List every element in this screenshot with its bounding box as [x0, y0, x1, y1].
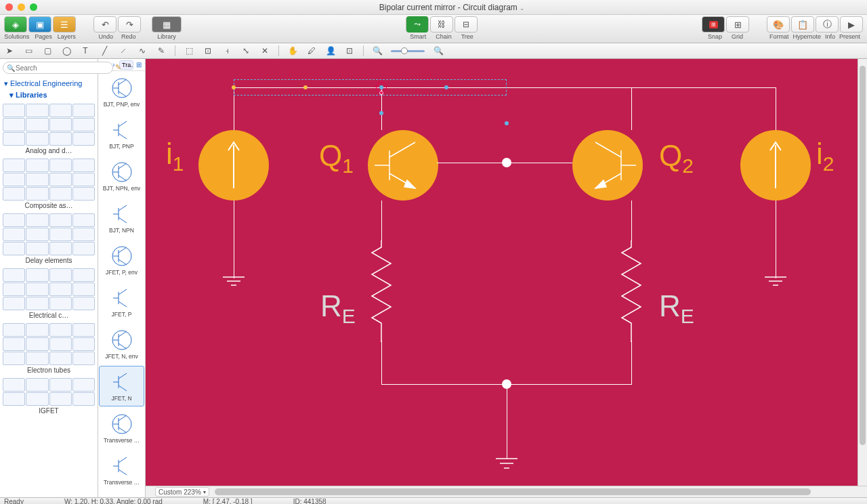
stencil-item[interactable]: BJT, PNP [98, 113, 145, 155]
stencil-item-label: JFET, N [111, 395, 131, 402]
node-mid [502, 158, 511, 167]
smart-label: Smart [410, 33, 426, 40]
transistor-q1[interactable] [368, 130, 438, 201]
pages-button[interactable]: ▣ [28, 16, 51, 33]
grid-button[interactable]: ⊞ [726, 16, 749, 33]
close-window-button[interactable] [5, 3, 13, 11]
lib-group-name[interactable]: Delay elements [3, 257, 95, 264]
lib-group-name[interactable]: Composite as… [3, 202, 95, 209]
lib-group-name[interactable]: Analog and d… [3, 147, 95, 154]
status-ready: Ready [4, 498, 24, 504]
undo-button[interactable]: ↶ [93, 16, 117, 33]
hand-tool[interactable]: ✋ [287, 45, 298, 56]
svg-line-37 [119, 415, 127, 421]
info-button[interactable]: ⓘ [816, 16, 839, 33]
zoom-slider[interactable] [391, 50, 425, 52]
library-groups-list[interactable]: Analog and d… Composite as… Delay elemen… [0, 102, 98, 497]
current-source-i2[interactable] [740, 130, 811, 201]
library-button[interactable]: ▦ [152, 16, 182, 33]
rect-tool[interactable]: ▭ [23, 45, 34, 56]
library-search-input[interactable] [3, 62, 113, 74]
zoom-level-selector[interactable]: Custom 223%▾ [155, 487, 209, 497]
drawing-canvas[interactable]: i1 Q1 Q2 i2 [146, 59, 858, 486]
transistor-q2[interactable] [572, 130, 643, 201]
hypernote-label: Hypernote [792, 33, 821, 40]
info-label: Info [825, 33, 835, 40]
svg-line-29 [119, 343, 127, 349]
tool-row: ➤ ▭ ▢ ◯ T ╱ ⟋ ∿ ✎ ⬚ ⊡ ⫞ ⤡ ✕ ✋ 🖊 👤 ⊡ 🔍 🔍 [0, 43, 867, 59]
solutions-button[interactable]: ◈ [4, 16, 27, 33]
minimize-window-button[interactable] [18, 3, 25, 11]
smart-connector-button[interactable]: ⤳ [406, 16, 429, 33]
eyedropper-tool[interactable]: 🖊 [306, 45, 317, 56]
window-titlebar: Bipolar current mirror - Circuit diagram… [0, 0, 867, 15]
pen-tool[interactable]: ✎ [156, 45, 167, 56]
stencil-item[interactable]: Transverse … [98, 407, 145, 449]
library-sidebar: 🔍 ✎ ▾ Electrical Engineering ▾ Libraries… [0, 59, 98, 497]
lib-group-name[interactable]: Electrical c… [3, 312, 95, 319]
svg-line-11 [119, 175, 127, 181]
group-tool[interactable]: ⊡ [203, 45, 213, 56]
svg-line-34 [119, 385, 127, 391]
svg-line-15 [119, 205, 127, 211]
selection-box[interactable] [234, 79, 507, 96]
ungroup-tool[interactable]: ⬚ [184, 45, 194, 56]
stencil-item-label: JFET, P, env [106, 269, 138, 276]
zoom-in-icon[interactable]: 🔍 [433, 45, 444, 56]
layers-label: Layers [58, 33, 76, 40]
zoom-window-button[interactable] [30, 3, 37, 11]
stencil-item[interactable]: JFET, N [99, 366, 144, 406]
rounded-rect-tool[interactable]: ▢ [42, 45, 53, 56]
title-dropdown-icon[interactable]: ⌄ [520, 5, 525, 12]
stencil-item[interactable]: JFET, P, env [98, 239, 145, 281]
snap-button[interactable]: ⊞ [702, 16, 725, 33]
libraries-header[interactable]: ▾ Libraries [4, 89, 93, 101]
align-tool[interactable]: ⫞ [221, 45, 232, 56]
vertical-scrollbar[interactable] [858, 59, 867, 486]
svg-line-50 [389, 142, 415, 157]
rotate-tool[interactable]: ✕ [259, 45, 270, 56]
text-tool[interactable]: T [80, 45, 91, 56]
stencil-item[interactable]: BJT, NPN, env [98, 155, 145, 197]
stencil-item[interactable]: BJT, NPN [98, 197, 145, 239]
stencil-item[interactable]: JFET, N, env [98, 323, 145, 365]
canvas-footer: Custom 223%▾ [146, 486, 867, 497]
stencil-item[interactable]: BJT, PNP, env [98, 71, 145, 113]
zoom-out-icon[interactable]: 🔍 [372, 45, 383, 56]
svg-line-24 [119, 289, 127, 295]
svg-line-7 [119, 133, 127, 139]
spline-tool[interactable]: ∿ [137, 45, 148, 56]
lib-group-name[interactable]: IGFET [3, 407, 95, 415]
category-header[interactable]: ▾ Electrical Engineering [4, 78, 93, 89]
present-button[interactable]: ▶ [840, 16, 863, 33]
lib-group-name[interactable]: Electron tubes [3, 366, 95, 374]
line-tool[interactable]: ╱ [99, 45, 110, 56]
crop-tool[interactable]: ⊡ [344, 45, 355, 56]
select-tool[interactable]: ➤ [4, 45, 15, 56]
status-dims: W: 1.20, H: 0.33, Angle: 0.00 rad [64, 498, 163, 504]
horizontal-scrollbar[interactable] [215, 488, 855, 495]
hypernote-button[interactable]: 📋 [791, 16, 814, 33]
label-q1: Q1 [319, 139, 354, 177]
arc-tool[interactable]: ⟋ [118, 45, 129, 56]
current-source-i1[interactable] [198, 130, 269, 201]
stencil-item-label: BJT, PNP, env [104, 101, 140, 108]
stencil-item-label: JFET, N, env [105, 353, 138, 360]
stencil-view-toggle[interactable]: ⊞ [135, 61, 143, 68]
chain-connector-button[interactable]: ⛓ [430, 16, 453, 33]
stamp-tool[interactable]: 👤 [325, 45, 336, 56]
svg-line-10 [119, 163, 127, 169]
stencil-item[interactable]: Transverse … [98, 449, 145, 491]
wand-icon[interactable]: ✎ [115, 63, 121, 72]
layers-button[interactable]: ☰ [53, 16, 76, 33]
redo-button[interactable]: ↷ [118, 16, 141, 33]
label-q2: Q2 [659, 139, 694, 177]
stencil-tab[interactable]: Tra… [119, 60, 133, 70]
svg-line-42 [119, 457, 127, 463]
ellipse-tool[interactable]: ◯ [61, 45, 72, 56]
stencil-item[interactable]: JFET, P [98, 281, 145, 323]
reflect-tool[interactable]: ⤡ [240, 45, 251, 56]
tree-connector-button[interactable]: ⊟ [454, 16, 478, 33]
svg-line-43 [119, 469, 127, 475]
format-button[interactable]: 🎨 [767, 16, 790, 33]
